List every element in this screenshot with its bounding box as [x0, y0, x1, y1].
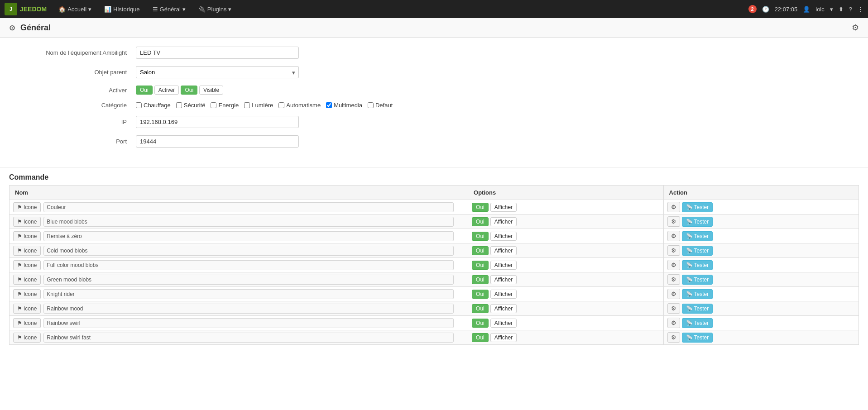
- tester-button-7[interactable]: 📡 Tester: [682, 304, 713, 314]
- oui-opt-button-4[interactable]: Oui: [472, 261, 489, 270]
- tester-button-2[interactable]: 📡 Tester: [682, 231, 713, 241]
- nav-accueil-label: Accueil: [67, 6, 86, 13]
- gear-action-button-6[interactable]: ⚙: [667, 289, 680, 299]
- afficher-button-2[interactable]: Afficher: [490, 232, 517, 241]
- oui-opt-button-0[interactable]: Oui: [472, 203, 489, 212]
- name-input-1[interactable]: [43, 217, 454, 227]
- oui-button-2[interactable]: Oui: [181, 86, 197, 95]
- gear-action-button-3[interactable]: ⚙: [667, 245, 680, 256]
- icone-button-8[interactable]: ⚑ Icone: [13, 318, 41, 328]
- cat-securite[interactable]: Sécurité: [176, 102, 206, 109]
- name-input-9[interactable]: [43, 333, 454, 343]
- nav-general-label: Général: [160, 6, 181, 13]
- username[interactable]: loic: [815, 6, 825, 13]
- icone-button-1[interactable]: ⚑ Icone: [13, 217, 41, 227]
- cat-energie-checkbox[interactable]: [211, 102, 216, 108]
- gear-action-button-7[interactable]: ⚙: [667, 303, 680, 314]
- oui-opt-button-3[interactable]: Oui: [472, 246, 489, 255]
- icone-button-7[interactable]: ⚑ Icone: [13, 304, 41, 314]
- equipment-input[interactable]: [136, 47, 299, 59]
- gear-action-button-5[interactable]: ⚙: [667, 274, 680, 285]
- gear-action-button-0[interactable]: ⚙: [667, 202, 680, 212]
- oui-opt-button-8[interactable]: Oui: [472, 319, 489, 328]
- cat-lumiere[interactable]: Lumière: [244, 102, 273, 109]
- oui-opt-button-9[interactable]: Oui: [472, 333, 489, 342]
- settings-icon[interactable]: ⚙: [852, 23, 859, 33]
- gear-action-button-1[interactable]: ⚙: [667, 216, 680, 227]
- tester-button-9[interactable]: 📡 Tester: [682, 333, 713, 343]
- back-icon[interactable]: ⊙: [9, 24, 15, 32]
- cat-multimedia-checkbox[interactable]: [326, 102, 332, 108]
- gear-action-button-2[interactable]: ⚙: [667, 231, 680, 241]
- icone-button-3[interactable]: ⚑ Icone: [13, 246, 41, 256]
- icone-button-6[interactable]: ⚑ Icone: [13, 289, 41, 299]
- nav-historique[interactable]: 📊 Historique: [99, 0, 145, 18]
- gear-action-button-9[interactable]: ⚙: [667, 332, 680, 343]
- tester-button-3[interactable]: 📡 Tester: [682, 246, 713, 256]
- oui-opt-button-1[interactable]: Oui: [472, 217, 489, 226]
- afficher-button-7[interactable]: Afficher: [490, 304, 517, 313]
- more-icon[interactable]: ⋮: [858, 6, 863, 13]
- upload-icon[interactable]: ⬆: [839, 6, 844, 13]
- name-input-4[interactable]: [43, 260, 454, 270]
- action-cell-9: ⚙ 📡 Tester: [663, 330, 858, 345]
- afficher-button-9[interactable]: Afficher: [490, 333, 517, 342]
- afficher-button-4[interactable]: Afficher: [490, 261, 517, 270]
- parent-select[interactable]: Salon: [136, 66, 299, 78]
- options-cell-0: Oui Afficher: [468, 200, 663, 215]
- name-input-8[interactable]: [43, 318, 454, 328]
- name-input-3[interactable]: [43, 246, 454, 256]
- icone-button-0[interactable]: ⚑ Icone: [13, 202, 41, 212]
- icone-button-5[interactable]: ⚑ Icone: [13, 275, 41, 285]
- name-input-5[interactable]: [43, 275, 454, 285]
- gear-action-button-4[interactable]: ⚙: [667, 260, 680, 270]
- tester-button-8[interactable]: 📡 Tester: [682, 318, 713, 328]
- afficher-button-3[interactable]: Afficher: [490, 246, 517, 255]
- afficher-button-0[interactable]: Afficher: [490, 203, 517, 212]
- cat-securite-checkbox[interactable]: [176, 102, 182, 108]
- cat-automatisme[interactable]: Automatisme: [278, 102, 321, 109]
- nav-general[interactable]: ☰ Général ▾: [147, 0, 191, 18]
- nav-plugins[interactable]: 🔌 Plugins ▾: [193, 0, 237, 18]
- notification-badge[interactable]: 2: [748, 5, 757, 13]
- oui-opt-button-2[interactable]: Oui: [472, 232, 489, 241]
- cat-defaut[interactable]: Defaut: [368, 102, 393, 109]
- oui-opt-button-7[interactable]: Oui: [472, 304, 489, 313]
- name-input-6[interactable]: [43, 289, 454, 299]
- gear-action-button-8[interactable]: ⚙: [667, 318, 680, 328]
- icone-button-4[interactable]: ⚑ Icone: [13, 260, 41, 270]
- name-input-7[interactable]: [43, 304, 454, 314]
- cat-energie[interactable]: Energie: [211, 102, 239, 109]
- navbar-brand[interactable]: J JEEDOM: [5, 3, 47, 15]
- icone-button-9[interactable]: ⚑ Icone: [13, 333, 41, 343]
- oui-opt-button-5[interactable]: Oui: [472, 275, 489, 284]
- ip-input[interactable]: [136, 116, 299, 128]
- categorie-row: Catégorie Chauffage Sécurité Energie Lum…: [18, 102, 850, 109]
- cat-automatisme-checkbox[interactable]: [278, 102, 284, 108]
- cat-multimedia[interactable]: Multimedia: [326, 102, 362, 109]
- tester-button-0[interactable]: 📡 Tester: [682, 202, 713, 212]
- visible-button[interactable]: Visible: [199, 86, 223, 95]
- afficher-button-5[interactable]: Afficher: [490, 275, 517, 284]
- cat-lumiere-checkbox[interactable]: [244, 102, 250, 108]
- oui-button-1[interactable]: Oui: [136, 86, 153, 95]
- afficher-button-8[interactable]: Afficher: [490, 319, 517, 328]
- help-icon[interactable]: ?: [849, 6, 852, 13]
- cat-defaut-checkbox[interactable]: [368, 102, 374, 108]
- cat-chauffage-checkbox[interactable]: [136, 102, 142, 108]
- name-input-0[interactable]: [43, 202, 454, 212]
- port-input[interactable]: [136, 135, 299, 148]
- cat-chauffage[interactable]: Chauffage: [136, 102, 171, 109]
- afficher-button-1[interactable]: Afficher: [490, 217, 517, 226]
- tester-button-5[interactable]: 📡 Tester: [682, 275, 713, 285]
- name-input-2[interactable]: [43, 231, 454, 241]
- tester-button-4[interactable]: 📡 Tester: [682, 260, 713, 270]
- activer-button[interactable]: Activer: [154, 86, 179, 95]
- oui-opt-button-6[interactable]: Oui: [472, 290, 489, 299]
- afficher-button-6[interactable]: Afficher: [490, 290, 517, 299]
- nav-accueil[interactable]: 🏠 Accueil ▾: [53, 0, 97, 18]
- tester-button-1[interactable]: 📡 Tester: [682, 217, 713, 227]
- table-row: ⚑ Icone Oui Afficher ⚙ 📡 Tester: [10, 200, 859, 215]
- tester-button-6[interactable]: 📡 Tester: [682, 289, 713, 299]
- icone-button-2[interactable]: ⚑ Icone: [13, 231, 41, 241]
